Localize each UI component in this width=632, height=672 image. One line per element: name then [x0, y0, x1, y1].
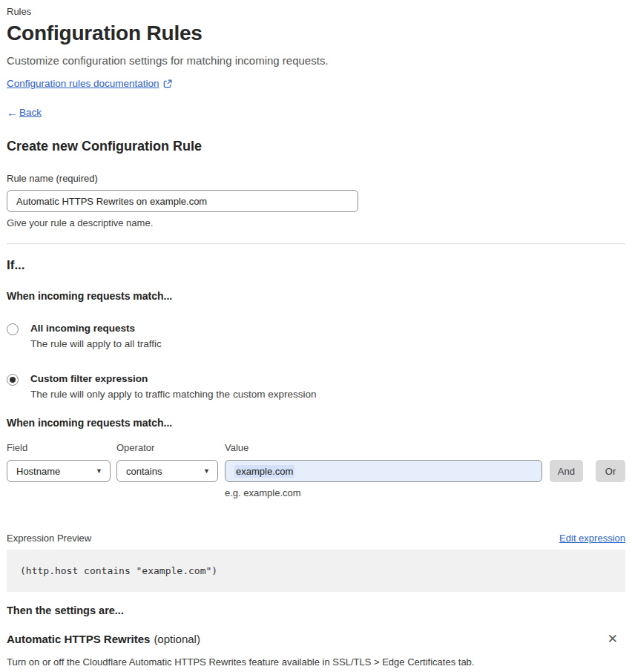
documentation-link[interactable]: Configuration rules documentation: [7, 78, 159, 89]
setting-title: Automatic HTTPS Rewrites: [7, 633, 150, 645]
radio-option-label: Custom filter expression: [30, 373, 316, 384]
external-link-icon: [163, 79, 172, 88]
radio-button-unselected[interactable]: [7, 323, 19, 335]
back-link-row: ← Back: [7, 106, 625, 119]
field-label: Field: [7, 442, 111, 454]
breadcrumb: Rules: [7, 6, 625, 17]
setting-optional-label: (optional): [154, 633, 200, 645]
close-icon[interactable]: ✕: [605, 631, 621, 647]
value-label: Value: [225, 442, 542, 454]
expression-code-block: (http.host contains "example.com"): [7, 550, 625, 592]
if-heading: If...: [7, 258, 625, 273]
back-link[interactable]: Back: [19, 107, 42, 118]
value-column: Value example.com e.g. example.com: [225, 442, 542, 498]
value-help: e.g. example.com: [225, 487, 542, 498]
incoming-requests-match-heading: When incoming requests match...: [7, 290, 625, 302]
section-divider: [7, 243, 625, 244]
chevron-down-icon: ▼: [203, 468, 210, 475]
value-input[interactable]: example.com: [225, 460, 542, 482]
rule-name-help: Give your rule a descriptive name.: [7, 217, 625, 228]
page-title: Configuration Rules: [7, 22, 625, 45]
radio-option-description: The rule will only apply to traffic matc…: [30, 389, 316, 400]
match-type-radio-group: All incoming requests The rule will appl…: [7, 323, 625, 400]
radio-option-label: All incoming requests: [30, 323, 162, 334]
form-heading: Create new Configuration Rule: [7, 139, 625, 154]
or-button[interactable]: Or: [596, 460, 625, 482]
expression-preview-label: Expression Preview: [7, 533, 91, 544]
radio-option-text: All incoming requests The rule will appl…: [30, 323, 162, 349]
filter-builder-heading: When incoming requests match...: [7, 417, 625, 429]
edit-expression-link[interactable]: Edit expression: [559, 533, 625, 544]
radio-option-description: The rule will apply to all traffic: [30, 338, 162, 349]
rule-name-input[interactable]: [7, 190, 358, 212]
radio-option-custom-filter-expression[interactable]: Custom filter expression The rule will o…: [7, 373, 625, 400]
configuration-rules-page: Rules Configuration Rules Customize conf…: [7, 6, 625, 672]
and-button[interactable]: And: [550, 460, 583, 482]
expression-preview-row: Expression Preview Edit expression: [7, 533, 625, 544]
radio-option-all-incoming-requests[interactable]: All incoming requests The rule will appl…: [7, 323, 625, 349]
operator-column: Operator contains ▼: [116, 442, 218, 498]
operator-select-value: contains: [126, 466, 162, 477]
chevron-down-icon: ▼: [96, 468, 102, 475]
back-arrow-icon: ←: [7, 106, 18, 119]
field-select[interactable]: Hostname ▼: [7, 460, 111, 482]
radio-option-text: Custom filter expression The rule will o…: [30, 373, 316, 400]
value-input-text: example.com: [234, 465, 294, 478]
rule-name-label: Rule name (required): [7, 173, 625, 184]
setting-header: Automatic HTTPS Rewrites (optional) ✕: [7, 631, 625, 647]
operator-label: Operator: [116, 442, 218, 454]
page-subtitle: Customize configuration settings for mat…: [7, 54, 625, 67]
operator-select[interactable]: contains ▼: [116, 460, 218, 482]
field-select-value: Hostname: [16, 466, 60, 477]
radio-button-selected[interactable]: [7, 374, 19, 386]
setting-description: Turn on or off the Cloudflare Automatic …: [7, 656, 625, 668]
documentation-link-row: Configuration rules documentation: [7, 78, 625, 89]
field-column: Field Hostname ▼: [7, 442, 111, 498]
automatic-https-rewrites-setting: Automatic HTTPS Rewrites (optional) ✕ Tu…: [7, 631, 625, 672]
then-settings-heading: Then the settings are...: [7, 605, 625, 616]
expression-code: (http.host contains "example.com"): [20, 565, 217, 576]
filter-expression-builder: Field Hostname ▼ Operator contains ▼ Val…: [7, 442, 625, 498]
